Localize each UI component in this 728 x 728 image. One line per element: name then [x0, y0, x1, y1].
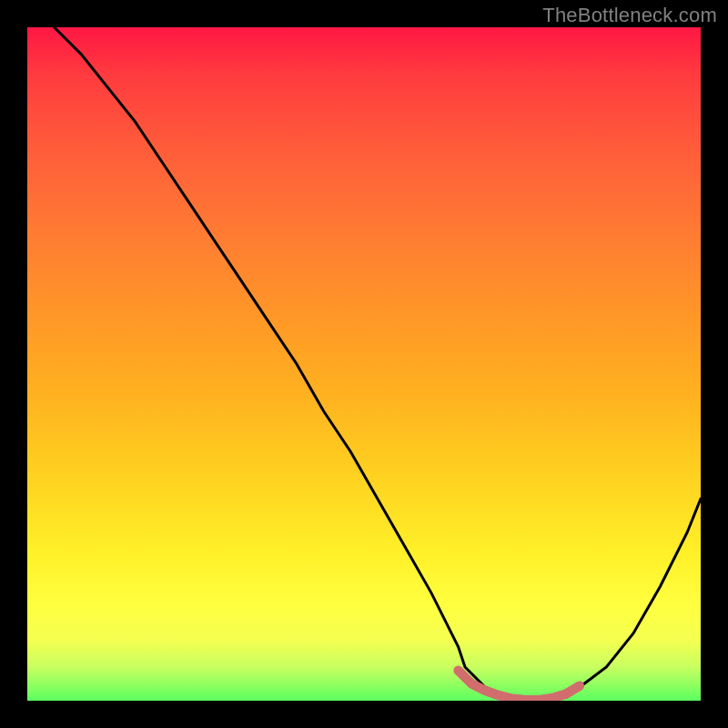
plot-frame — [27, 27, 701, 701]
chart-svg — [27, 27, 701, 701]
bottleneck-curve — [55, 27, 701, 701]
optimal-range-highlight — [459, 671, 580, 701]
chart-container: TheBottleneck.com — [0, 0, 728, 728]
watermark-text: TheBottleneck.com — [542, 4, 717, 27]
